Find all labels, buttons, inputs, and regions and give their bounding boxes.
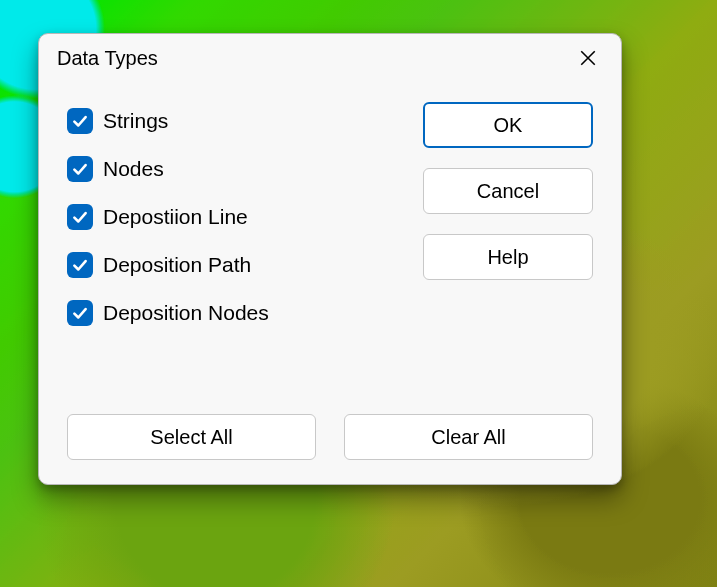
check-label: Deposition Nodes (103, 301, 269, 325)
select-all-button[interactable]: Select All (67, 414, 316, 460)
check-item-deposition-line: Depostiion Line (67, 204, 383, 230)
check-label: Nodes (103, 157, 164, 181)
ok-button[interactable]: OK (423, 102, 593, 148)
cancel-button[interactable]: Cancel (423, 168, 593, 214)
check-label: Deposition Path (103, 253, 251, 277)
checkbox-list: Strings Nodes Depostiion Line (67, 102, 383, 396)
title-bar: Data Types (39, 34, 621, 82)
checkmark-icon (71, 112, 89, 130)
data-types-dialog: Data Types Strings Nodes (38, 33, 622, 485)
clear-all-button[interactable]: Clear All (344, 414, 593, 460)
checkmark-icon (71, 304, 89, 322)
dialog-title: Data Types (57, 47, 158, 70)
checkbox-strings[interactable] (67, 108, 93, 134)
checkbox-deposition-path[interactable] (67, 252, 93, 278)
check-item-deposition-path: Deposition Path (67, 252, 383, 278)
dialog-body: Strings Nodes Depostiion Line (39, 82, 621, 484)
checkbox-deposition-nodes[interactable] (67, 300, 93, 326)
check-item-deposition-nodes: Deposition Nodes (67, 300, 383, 326)
side-buttons: OK Cancel Help (423, 102, 593, 396)
checkbox-deposition-line[interactable] (67, 204, 93, 230)
check-item-strings: Strings (67, 108, 383, 134)
bottom-buttons: Select All Clear All (67, 414, 593, 460)
checkmark-icon (71, 208, 89, 226)
check-label: Strings (103, 109, 168, 133)
checkbox-nodes[interactable] (67, 156, 93, 182)
checkmark-icon (71, 256, 89, 274)
close-icon (579, 49, 597, 67)
close-button[interactable] (565, 38, 611, 78)
upper-area: Strings Nodes Depostiion Line (67, 102, 593, 396)
checkmark-icon (71, 160, 89, 178)
check-item-nodes: Nodes (67, 156, 383, 182)
help-button[interactable]: Help (423, 234, 593, 280)
check-label: Depostiion Line (103, 205, 248, 229)
